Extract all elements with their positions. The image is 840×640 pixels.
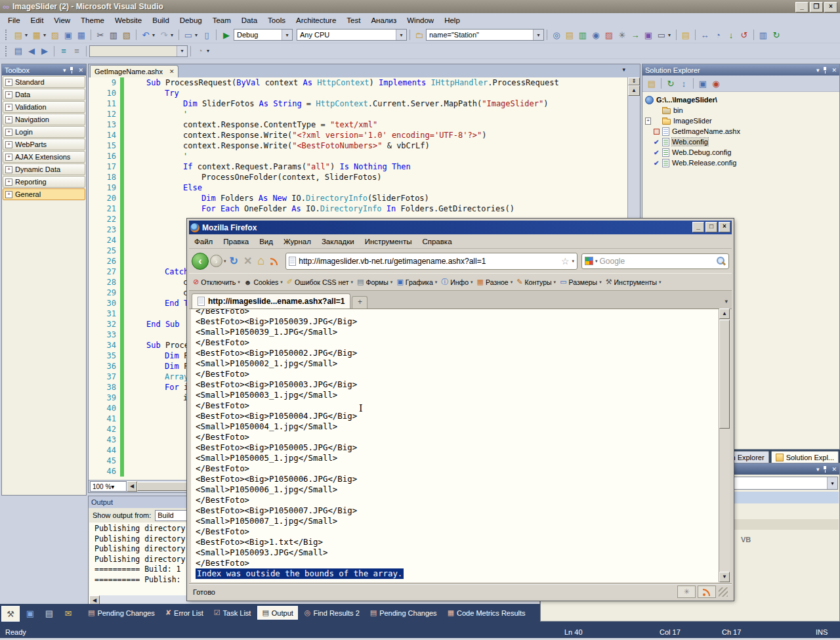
devtoolbar-item[interactable]: ▣Графика▾ [394,276,439,288]
restore-icon[interactable]: ❐ [810,2,823,12]
devtoolbar-item[interactable]: ☻Cookies▾ [242,277,285,288]
resize-grip[interactable] [719,587,728,597]
toolbar-grip[interactable] [5,30,9,40]
panel-tab[interactable]: ▤Pending Changes [366,607,441,619]
url-text[interactable]: http://imageslider.vb-net.ru/getimagenam… [299,257,558,266]
tree-item[interactable]: G:\...\ImageSlider\ [642,95,839,105]
comment-icon[interactable]: ≡ [58,45,70,57]
chevron-down-icon[interactable]: ▾ [816,67,820,74]
page-bug-icon[interactable]: ✳ [677,586,696,598]
reload-icon[interactable]: ↻ [230,255,238,267]
code-line[interactable]: 12' [89,109,628,119]
new-query-icon[interactable]: ▨ [603,29,615,41]
code-line[interactable]: 19Else [89,182,628,193]
dropdown-caret-icon[interactable]: ▾ [195,32,200,38]
close-icon[interactable]: ✕ [831,67,837,74]
expand-icon[interactable]: + [5,154,12,161]
code-line[interactable]: 11Dim SliderFotos As String = HttpContex… [89,98,628,109]
tree-item[interactable]: bin [642,105,839,116]
toolbar-grip[interactable] [5,46,9,56]
get-latest-icon[interactable]: ↓ [725,29,737,41]
tree-item[interactable]: +ImageSlider [642,116,839,126]
devtoolbar-item[interactable]: ⊘Отключить▾ [191,276,242,288]
browser-tab[interactable]: http://imageslide...ename.ashx?all=1 [192,293,350,309]
rss-icon[interactable] [270,256,280,266]
close-icon[interactable]: × [719,222,730,232]
tree-item[interactable]: ✔Web.Debug.config [642,147,839,158]
rss-icon[interactable] [698,586,716,598]
toolbox-group-validation[interactable]: +Validation [3,101,85,113]
firefox-titlebar[interactable]: Mozilla Firefox _ □ × [189,221,732,234]
import-icon[interactable]: ▣ [642,29,654,41]
toolbox-group-reporting[interactable]: +Reporting [3,176,85,188]
vs-menu-item[interactable]: Tools [262,15,291,26]
toolbox-group-navigation[interactable]: +Navigation [3,114,85,125]
chevron-down-icon[interactable]: ▾ [111,483,119,490]
close-icon[interactable]: ✕ [78,67,83,74]
firefox-menu-item[interactable]: Вид [254,236,278,247]
selected-text[interactable]: Index was outside the bounds of the arra… [196,568,404,579]
pin-icon[interactable] [69,66,75,74]
server-explorer-icon[interactable]: ▣ [22,606,39,620]
vs-menu-item[interactable]: Test [341,15,366,26]
dropdown-caret-icon[interactable]: ▾ [152,32,158,38]
home-icon[interactable]: ⌂ [257,254,264,268]
cut-icon[interactable]: ✂ [94,29,106,41]
vs-menu-item[interactable]: Team [207,15,236,26]
expand-icon[interactable]: + [5,116,12,123]
expand-icon[interactable]: + [5,141,12,148]
empty-combo[interactable]: ▾ [89,45,188,57]
report-icon[interactable]: ▥ [577,29,589,41]
devtoolbar-item[interactable]: ▭Размеры▾ [558,276,604,288]
find-folder-icon[interactable]: 🗀 [413,29,425,41]
expand-icon[interactable]: + [5,91,12,98]
firefox-menu-item[interactable]: Журнал [278,236,316,247]
goto-icon[interactable]: ▯ [201,29,213,41]
asp-config-icon[interactable]: ◉ [710,77,722,89]
properties-window-icon[interactable]: ▤ [646,77,658,89]
view-designer-icon[interactable]: ▣ [697,77,709,89]
format-document-icon[interactable]: ▤ [12,45,24,57]
navigate-icon[interactable]: ▭ [182,29,194,41]
paste-icon[interactable]: ▧ [121,29,133,41]
chevron-down-icon[interactable]: ▾ [282,30,292,40]
find-combo[interactable]: name="Station"▾ [426,29,544,41]
code-line[interactable]: 21For Each OneFolder As IO.DirectoryInfo… [89,203,628,214]
refresh-icon[interactable]: ↻ [770,29,782,41]
minimize-icon[interactable]: _ [795,2,808,12]
devtoolbar-item[interactable]: ⚒Инструменты▾ [604,276,663,288]
toolbox-group-general[interactable]: +General [3,188,85,200]
dropdown-caret-icon[interactable]: ▾ [207,48,212,54]
dropdown-caret-icon[interactable]: ▾ [43,32,49,38]
expand-icon[interactable]: + [5,104,12,111]
find-in-files-icon[interactable]: ◉ [590,29,602,41]
maximize-icon[interactable]: □ [705,222,717,232]
editor-zoom-combo[interactable]: 100 %▾ [90,481,127,492]
chevron-down-icon[interactable]: ▾ [595,259,598,264]
vs-menu-item[interactable]: Edit [26,15,49,26]
scrollbar-thumb[interactable] [719,320,730,429]
firefox-menu-item[interactable]: Правка [218,236,254,247]
firefox-menu-item[interactable]: Справка [417,236,457,247]
vs-menu-item[interactable]: Architecture [291,15,341,26]
vs-menu-item[interactable]: Window [402,15,439,26]
nest-related-icon[interactable]: ↕ [678,77,690,89]
chevron-down-icon[interactable]: ▾ [177,46,187,56]
search-bar[interactable]: ▾ Google [581,253,729,269]
vs-menu-item[interactable]: File [3,15,26,26]
history-icon[interactable]: ◔ [712,29,724,41]
outdent-icon[interactable]: ◀ [26,45,37,57]
customize-icon[interactable]: ✳ [616,29,628,41]
solution-platform-combo[interactable]: Any CPU▾ [297,29,407,41]
code-line[interactable]: 10Try [89,88,628,98]
redo-icon[interactable]: ↷ [158,29,170,41]
uncomment-icon[interactable]: ≡ [71,45,83,57]
toolbox-header[interactable]: Toolbox ▾ ✕ [2,64,86,75]
panel-tab[interactable]: ▦Code Metrics Results [444,607,530,619]
code-line[interactable]: 15context.Response.Write("<BestFotoNumbe… [89,140,628,151]
devtoolbar-item[interactable]: ✐Ошибок CSS нет▾ [285,276,355,288]
toolbox-icon[interactable]: ⚒ [1,606,20,622]
bookmark-star-icon[interactable]: ☆ [561,256,570,267]
vs-menu-item[interactable]: Theme [75,15,110,26]
close-icon[interactable]: ✕ [831,466,837,473]
